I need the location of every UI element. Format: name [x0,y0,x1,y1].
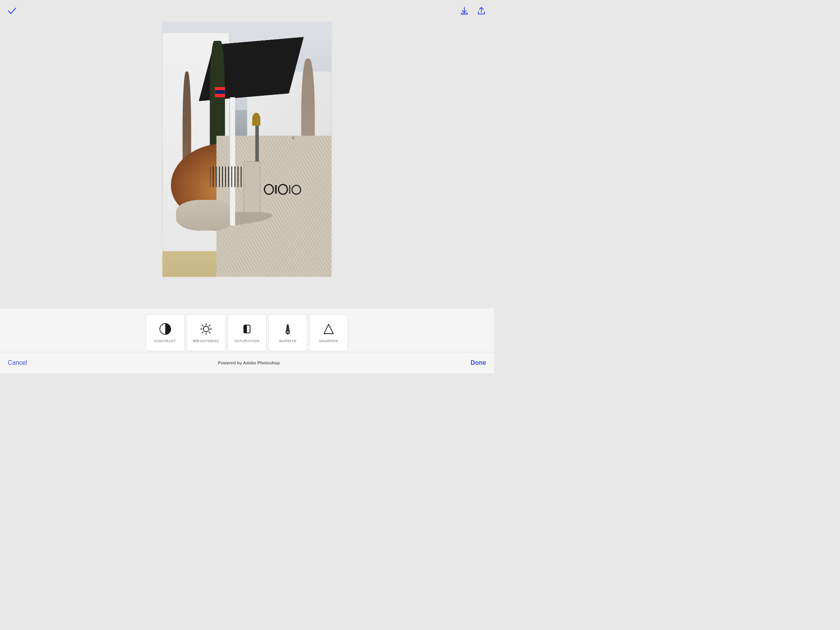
powered-by-text: Powered by Adobe Photoshop [218,360,280,365]
contrast-label: CONTRAST [154,339,176,343]
photo-canvas-container: 6 [163,20,332,277]
powered-by-brand: Adobe Photoshop [243,360,280,365]
share-button[interactable] [477,6,486,16]
sharpen-label: SHARPEN [319,339,338,343]
cancel-button[interactable]: Cancel [8,359,27,366]
saturation-icon [240,322,254,336]
svg-line-9 [209,325,210,326]
svg-rect-13 [247,325,250,333]
gate-area [243,161,261,213]
pebbles [176,200,235,231]
saturation-label: SATURATION [234,339,260,343]
checkmark-button[interactable] [8,7,16,15]
norwegian-flag [215,87,225,97]
bikes-area [264,149,301,195]
svg-rect-0 [461,13,467,14]
top-bar-left [8,7,16,15]
powered-by-label: Powered by [218,360,243,365]
brightness-label: BRIGHTNESS [193,339,219,343]
tool-panel: CONTRAST BRIGHTNESS [0,313,494,352]
contrast-icon [158,322,172,336]
warmth-label: WARMTH [279,339,297,343]
done-button[interactable]: Done [471,359,486,366]
building-number: 6 [292,136,294,140]
svg-marker-17 [324,324,333,334]
svg-line-7 [202,325,203,326]
tool-brightness[interactable]: BRIGHTNESS [187,314,226,351]
photo-canvas: 6 [163,20,332,277]
svg-point-2 [203,326,209,332]
brightness-icon [199,322,213,336]
sharpen-icon [322,322,336,336]
svg-line-8 [209,332,210,333]
bottom-bar: Cancel Powered by Adobe Photoshop Done [0,352,494,373]
download-button[interactable] [460,6,469,16]
tool-warmth[interactable]: WARMTH [268,314,307,351]
fence-post [230,97,235,226]
tool-sharpen[interactable]: SHARPEN [309,314,348,351]
tool-saturation[interactable]: SATURATION [228,314,266,351]
top-bar [0,0,494,21]
top-bar-right [460,6,486,16]
warmth-icon [281,322,295,336]
tool-contrast[interactable]: CONTRAST [146,314,185,351]
lamp-head [252,113,261,126]
svg-line-10 [202,332,203,333]
svg-rect-12 [244,325,247,333]
